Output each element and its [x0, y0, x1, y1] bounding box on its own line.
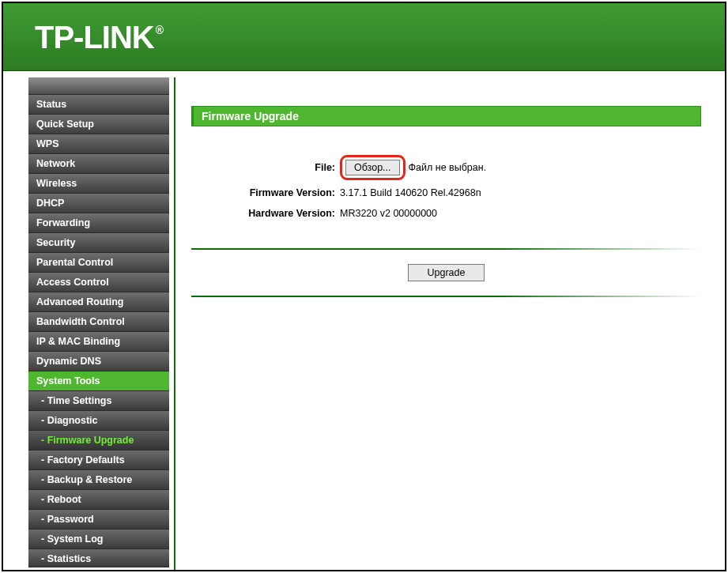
sidebar: Status Quick Setup WPS Network Wireless …: [28, 77, 169, 570]
sidebar-item-password[interactable]: - Password: [28, 510, 169, 530]
sidebar-item-network[interactable]: Network: [28, 154, 169, 174]
sidebar-item-factory-defaults[interactable]: - Factory Defaults: [28, 450, 169, 470]
file-value: Обзор... Файл не выбран.: [340, 155, 701, 180]
sidebar-spacer: [28, 77, 169, 95]
sidebar-item-status[interactable]: Status: [28, 95, 169, 115]
firmware-version-row: Firmware Version: 3.17.1 Build 140620 Re…: [191, 185, 701, 201]
sidebar-item-forwarding[interactable]: Forwarding: [28, 213, 169, 233]
hardware-version-value: MR3220 v2 00000000: [340, 205, 701, 221]
brand-name: TP-LINK: [35, 21, 154, 53]
browse-button[interactable]: Обзор...: [345, 160, 400, 175]
file-status-text: Файл не выбран.: [409, 160, 487, 175]
sidebar-item-statistics[interactable]: - Statistics: [28, 549, 169, 567]
content: Firmware Upgrade File: Обзор... Файл не …: [175, 77, 725, 570]
upgrade-button[interactable]: Upgrade: [408, 264, 485, 281]
separator-bottom: [191, 296, 701, 297]
sidebar-item-quick-setup[interactable]: Quick Setup: [28, 115, 169, 134]
body: Status Quick Setup WPS Network Wireless …: [3, 71, 725, 570]
brand-logo: TP-LINK ®: [35, 21, 163, 53]
sidebar-item-access-control[interactable]: Access Control: [28, 273, 169, 292]
sidebar-item-dynamic-dns[interactable]: Dynamic DNS: [28, 352, 169, 371]
browse-highlight: Обзор...: [340, 155, 405, 180]
separator: [191, 248, 701, 250]
file-label: File:: [191, 160, 340, 175]
sidebar-item-advanced-routing[interactable]: Advanced Routing: [28, 292, 169, 312]
firmware-version-label: Firmware Version:: [191, 185, 340, 201]
sidebar-item-wps[interactable]: WPS: [28, 134, 169, 154]
sidebar-item-wireless[interactable]: Wireless: [28, 174, 169, 194]
file-row: File: Обзор... Файл не выбран.: [191, 155, 701, 180]
sidebar-item-reboot[interactable]: - Reboot: [28, 490, 169, 510]
sidebar-item-diagnostic[interactable]: - Diagnostic: [28, 411, 169, 431]
hardware-version-label: Hardware Version:: [191, 205, 340, 221]
sidebar-item-backup-restore[interactable]: - Backup & Restore: [28, 470, 169, 490]
header: TP-LINK ®: [3, 3, 725, 71]
sidebar-item-security[interactable]: Security: [28, 233, 169, 253]
sidebar-item-firmware-upgrade[interactable]: - Firmware Upgrade: [28, 431, 169, 450]
app-frame: TP-LINK ® Status Quick Setup WPS Network…: [2, 2, 726, 571]
brand-registered: ®: [156, 24, 163, 36]
sidebar-item-parental-control[interactable]: Parental Control: [28, 253, 169, 273]
firmware-form: File: Обзор... Файл не выбран. Firmware …: [191, 142, 701, 240]
sidebar-item-time-settings[interactable]: - Time Settings: [28, 391, 169, 411]
sidebar-item-system-log[interactable]: - System Log: [28, 530, 169, 549]
sidebar-item-ip-mac-binding[interactable]: IP & MAC Binding: [28, 332, 169, 352]
page-title: Firmware Upgrade: [191, 106, 701, 126]
sidebar-item-bandwidth-control[interactable]: Bandwidth Control: [28, 312, 169, 332]
firmware-version-value: 3.17.1 Build 140620 Rel.42968n: [340, 185, 701, 201]
sidebar-item-dhcp[interactable]: DHCP: [28, 194, 169, 213]
hardware-version-row: Hardware Version: MR3220 v2 00000000: [191, 205, 701, 221]
sidebar-item-system-tools[interactable]: System Tools: [28, 371, 169, 391]
upgrade-row: Upgrade: [191, 261, 701, 288]
